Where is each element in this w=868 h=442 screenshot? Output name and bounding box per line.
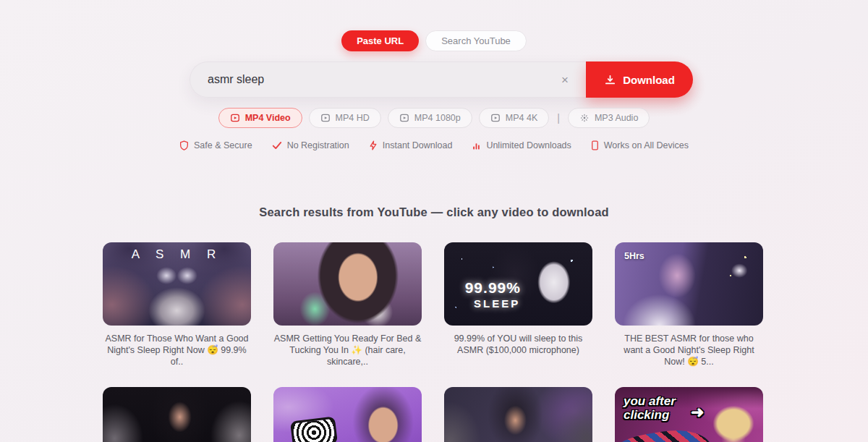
video-card[interactable] bbox=[444, 387, 592, 442]
bars-icon bbox=[472, 141, 481, 150]
format-label: MP4 Video bbox=[245, 113, 291, 123]
video-results-grid: A S M R ASMR for Those Who Want a Good N… bbox=[103, 242, 765, 442]
format-mp4-hd[interactable]: MP4 HD bbox=[309, 108, 381, 128]
play-square-icon bbox=[230, 113, 240, 123]
search-bar: × Download bbox=[190, 61, 693, 98]
feature-label: Works on All Devices bbox=[604, 140, 689, 150]
video-thumbnail: you after clicking ➜ bbox=[615, 387, 763, 442]
video-card[interactable]: ASMR Getting You Ready For Bed & Tucking… bbox=[273, 242, 422, 367]
format-selector: MP4 Video MP4 HD MP4 1080p MP4 4K | bbox=[0, 108, 868, 128]
video-thumbnail bbox=[444, 387, 592, 442]
format-label: MP4 HD bbox=[336, 113, 370, 123]
feature-label: Instant Download bbox=[383, 140, 453, 150]
feature-badges: Safe & Secure No Registration Instant Do… bbox=[0, 140, 868, 150]
video-card[interactable]: 99.99% SLEEP 99.99% of YOU will sleep to… bbox=[444, 242, 592, 367]
format-mp4-4k[interactable]: MP4 4K bbox=[479, 108, 549, 128]
feature-label: Unlimited Downloads bbox=[486, 140, 571, 150]
video-thumbnail bbox=[273, 242, 422, 326]
play-square-icon bbox=[399, 113, 409, 123]
check-icon bbox=[272, 141, 282, 150]
format-mp4-1080p[interactable]: MP4 1080p bbox=[388, 108, 472, 128]
shield-icon bbox=[179, 140, 189, 150]
play-square-icon bbox=[490, 113, 501, 123]
video-thumbnail bbox=[273, 387, 422, 442]
tab-search-youtube[interactable]: Search YouTube bbox=[425, 30, 527, 51]
search-input-wrapper: × bbox=[190, 61, 586, 98]
thumbnail-overlay-text: SLEEP bbox=[474, 297, 520, 310]
duration-badge: 5Hrs bbox=[624, 251, 644, 261]
downloader-page: Paste URL Search YouTube × Download MP4 … bbox=[0, 0, 868, 442]
feature-unlimited-downloads: Unlimited Downloads bbox=[472, 140, 571, 150]
video-card[interactable]: you after clicking ➜ bbox=[615, 387, 763, 442]
video-card[interactable] bbox=[273, 387, 422, 442]
results-heading: Search results from YouTube — click any … bbox=[0, 205, 868, 219]
feature-no-registration: No Registration bbox=[272, 140, 349, 150]
tab-paste-url[interactable]: Paste URL bbox=[341, 30, 419, 51]
video-title: 99.99% of YOU will sleep to this ASMR ($… bbox=[444, 333, 592, 356]
video-title: ASMR for Those Who Want a Good Night's S… bbox=[103, 333, 251, 367]
format-mp4-video[interactable]: MP4 Video bbox=[218, 108, 302, 128]
feature-instant-download: Instant Download bbox=[369, 140, 453, 150]
feature-all-devices: Works on All Devices bbox=[591, 140, 689, 150]
hypnosis-spiral-graphic bbox=[290, 416, 338, 442]
thumbnail-overlay-text: you after clicking bbox=[624, 394, 676, 422]
mode-tabs: Paste URL Search YouTube bbox=[0, 30, 868, 51]
format-label: MP4 1080p bbox=[414, 113, 461, 123]
download-button-label: Download bbox=[623, 74, 675, 86]
video-thumbnail: 5Hrs bbox=[615, 242, 763, 326]
clear-search-button[interactable]: × bbox=[557, 71, 573, 89]
video-thumbnail: A S M R bbox=[103, 242, 251, 326]
format-separator: | bbox=[556, 112, 561, 124]
thumbnail-overlay-text: A S M R bbox=[103, 247, 251, 262]
format-label: MP4 4K bbox=[506, 113, 537, 123]
format-label: MP3 Audio bbox=[595, 113, 638, 123]
bolt-icon bbox=[369, 140, 378, 150]
video-card[interactable] bbox=[103, 387, 251, 442]
play-square-icon bbox=[320, 113, 331, 123]
video-card[interactable]: 5Hrs THE BEST ASMR for those who want a … bbox=[615, 242, 763, 367]
video-title: ASMR Getting You Ready For Bed & Tucking… bbox=[273, 333, 422, 367]
video-title: THE BEST ASMR for those who want a Good … bbox=[615, 333, 763, 367]
phone-icon bbox=[591, 140, 599, 150]
feature-safe-secure: Safe & Secure bbox=[179, 140, 252, 150]
feature-label: Safe & Secure bbox=[194, 140, 252, 150]
download-icon bbox=[604, 74, 616, 86]
sweater-graphic bbox=[615, 425, 717, 442]
format-mp3-audio[interactable]: MP3 Audio bbox=[568, 108, 650, 128]
video-thumbnail bbox=[103, 387, 251, 442]
feature-label: No Registration bbox=[287, 140, 349, 150]
audio-sun-icon bbox=[579, 113, 590, 123]
arrow-right-icon: ➜ bbox=[691, 403, 704, 422]
download-button[interactable]: Download bbox=[586, 61, 693, 98]
thumbnail-overlay-text: 99.99% bbox=[465, 279, 521, 297]
search-input[interactable] bbox=[208, 73, 557, 86]
video-card[interactable]: A S M R ASMR for Those Who Want a Good N… bbox=[103, 242, 251, 367]
video-thumbnail: 99.99% SLEEP bbox=[444, 242, 592, 326]
